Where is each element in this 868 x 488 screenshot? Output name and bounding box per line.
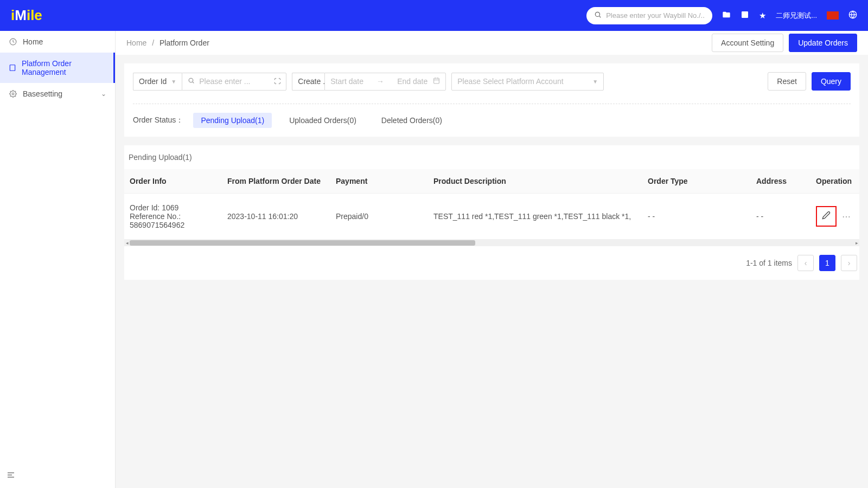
orderid-type-select[interactable]: Order Id ▼	[133, 73, 182, 91]
chevron-down-icon: ▼	[592, 79, 598, 85]
search-icon	[594, 11, 602, 20]
cell-date: 2023-10-11 16:01:20	[222, 194, 330, 240]
next-page-button[interactable]: ›	[841, 255, 857, 271]
horizontal-scrollbar[interactable]: ◂ ▸	[124, 240, 859, 246]
sidebar-item-label: Basesetting	[23, 89, 62, 98]
doc-icon	[9, 63, 16, 72]
query-button[interactable]: Query	[812, 72, 851, 91]
date-range-picker[interactable]: Start date → End date	[324, 73, 446, 91]
svg-rect-2	[742, 11, 748, 18]
create-date-type-select[interactable]: Create ...	[292, 73, 324, 91]
breadcrumb-current: Platform Order	[159, 38, 209, 47]
grid-icon[interactable]	[741, 10, 749, 21]
scrollbar-thumb[interactable]	[130, 240, 475, 246]
svg-point-11	[189, 78, 193, 82]
search-icon	[188, 77, 195, 86]
col-product: Product Description	[428, 169, 642, 194]
col-payment: Payment	[330, 169, 428, 194]
svg-point-0	[595, 12, 599, 16]
col-type: Order Type	[642, 169, 751, 194]
cell-address: - -	[751, 194, 810, 240]
page-1-button[interactable]: 1	[819, 255, 835, 271]
calendar-icon	[433, 77, 440, 86]
cell-order-info: Order Id: 1069 Reference No.: 5869071564…	[124, 194, 222, 240]
orderid-input[interactable]	[199, 77, 270, 86]
flag-icon[interactable]	[827, 11, 839, 20]
breadcrumb: Home / Platform Order	[126, 38, 209, 47]
edit-icon	[822, 211, 831, 222]
folder-icon[interactable]	[722, 10, 731, 21]
breadcrumb-home[interactable]: Home	[126, 38, 146, 47]
update-orders-button[interactable]: Update Orders	[789, 34, 857, 52]
svg-rect-6	[10, 65, 15, 71]
cell-product: TEST_111 red *1,TEST_111 green *1,TEST_1…	[428, 194, 642, 240]
username[interactable]: 二师兄测试...	[776, 11, 817, 21]
order-status-label: Order Status：	[133, 115, 183, 125]
col-operation: Operation	[810, 169, 859, 194]
cell-type: - -	[642, 194, 751, 240]
more-icon[interactable]: ⋯	[842, 211, 851, 222]
account-setting-button[interactable]: Account Setting	[712, 34, 783, 52]
svg-line-1	[599, 16, 601, 18]
sidebar: Home Platform Order Management Basesetti…	[0, 31, 116, 288]
chevron-down-icon: ⌄	[101, 90, 106, 98]
col-date: From Platform Order Date	[222, 169, 330, 194]
svg-point-7	[12, 93, 14, 95]
sidebar-item-label: Platform Order Management	[22, 59, 105, 76]
svg-rect-13	[434, 78, 439, 84]
waybill-search[interactable]	[586, 7, 712, 24]
star-icon[interactable]: ★	[759, 11, 766, 21]
pagination-text: 1-1 of 1 items	[746, 259, 792, 267]
reset-button[interactable]: Reset	[768, 72, 806, 91]
edit-button[interactable]	[816, 206, 837, 227]
gear-icon	[9, 89, 17, 98]
tab-deleted-orders[interactable]: Deleted Orders(0)	[374, 113, 450, 128]
tab-uploaded-orders[interactable]: Uploaded Orders(0)	[282, 113, 364, 128]
clock-icon	[9, 37, 17, 46]
col-order-info: Order Info	[124, 169, 222, 194]
sidebar-item-platform-order[interactable]: Platform Order Management	[0, 53, 115, 83]
arrow-right-icon: →	[369, 77, 392, 86]
globe-icon[interactable]	[848, 10, 857, 21]
col-address: Address	[751, 169, 810, 194]
cell-operation: ⋯	[810, 194, 859, 240]
table-row: Order Id: 1069 Reference No.: 5869071564…	[124, 194, 859, 240]
sidebar-item-home[interactable]: Home	[0, 31, 115, 53]
section-title: Pending Upload(1)	[124, 145, 859, 169]
platform-account-select[interactable]: Please Select Platform Account ▼	[451, 73, 604, 91]
chevron-down-icon: ▼	[171, 79, 176, 85]
sidebar-item-label: Home	[23, 37, 43, 46]
sidebar-item-basesetting[interactable]: Basesetting ⌄	[0, 83, 115, 105]
tab-pending-upload[interactable]: Pending Upload(1)	[193, 113, 272, 128]
prev-page-button[interactable]: ‹	[797, 255, 814, 271]
cell-payment: Prepaid/0	[330, 194, 428, 240]
expand-icon[interactable]: ⛶	[274, 78, 280, 85]
logo: iMile	[11, 7, 42, 24]
table-header-row: Order Info From Platform Order Date Paym…	[124, 169, 859, 194]
waybill-search-input[interactable]	[606, 11, 705, 20]
svg-line-12	[193, 82, 194, 83]
